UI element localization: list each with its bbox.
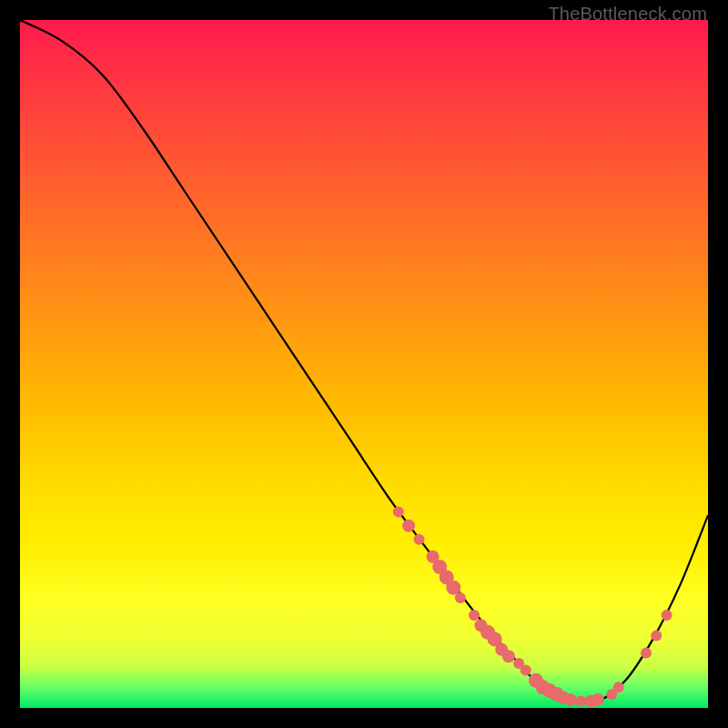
data-point: [414, 534, 425, 545]
watermark-text: TheBottleneck.com: [548, 4, 707, 25]
data-point: [393, 507, 404, 518]
data-point: [521, 664, 531, 675]
curve-line: [20, 20, 708, 703]
data-point: [592, 693, 604, 706]
data-point: [446, 581, 460, 595]
data-point: [455, 592, 466, 603]
data-point: [613, 682, 624, 693]
data-point: [662, 610, 672, 621]
data-points: [393, 507, 672, 708]
chart-svg: [20, 20, 708, 708]
data-point: [651, 631, 662, 642]
data-point: [502, 650, 515, 662]
data-point: [564, 693, 577, 706]
data-point: [575, 695, 586, 706]
data-point: [469, 610, 480, 621]
data-point: [402, 520, 415, 532]
data-point: [641, 648, 652, 659]
